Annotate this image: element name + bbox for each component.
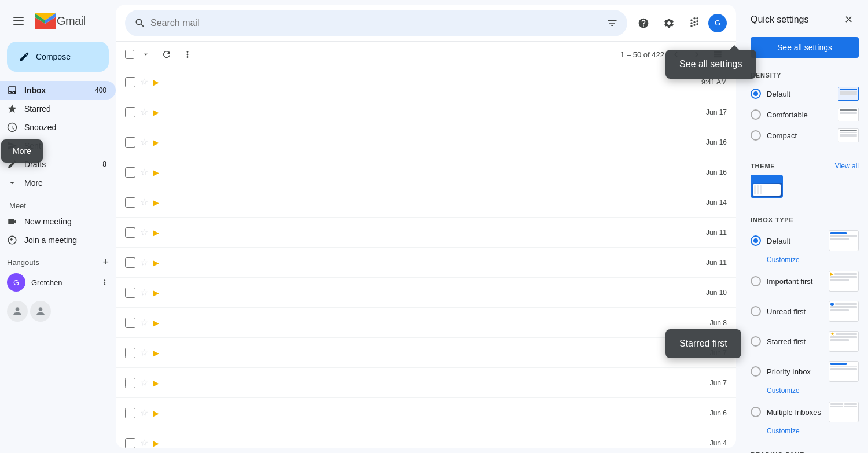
more-options-button[interactable] (178, 45, 197, 64)
inbox-type-important-first[interactable]: Important first ▶ (741, 266, 868, 296)
table-row[interactable]: ☆ ▶ 9:41 AM (116, 67, 736, 97)
table-row[interactable]: ☆ ▶ Jun 11 (116, 218, 736, 248)
apps-button[interactable] (683, 12, 706, 35)
density-comfortable[interactable]: Comfortable (741, 104, 868, 125)
row-checkbox[interactable] (125, 167, 135, 178)
inbox-starred-preview: ★ (829, 331, 859, 352)
sidebar-item-join-meeting[interactable]: Join a meeting (0, 231, 116, 249)
help-button[interactable] (632, 12, 655, 35)
see-all-settings-tooltip: See all settings (665, 50, 756, 79)
star-icon[interactable]: ☆ (140, 76, 148, 87)
gmail-text: Gmail (57, 14, 86, 28)
compose-button[interactable]: Compose (7, 42, 109, 72)
sidebar-item-more[interactable]: More (0, 174, 116, 192)
menu-icon-button[interactable] (7, 9, 30, 32)
table-row[interactable]: ☆ ▶ Jun 7 (116, 368, 736, 398)
table-row[interactable]: ☆ ▶ Jun 10 (116, 278, 736, 308)
row-checkbox[interactable] (125, 197, 135, 208)
important-marker: ▶ (153, 258, 159, 267)
star-icon[interactable]: ☆ (140, 347, 148, 358)
row-checkbox[interactable] (125, 227, 135, 238)
inbox-type-multiple[interactable]: Multiple Inboxes (741, 397, 868, 427)
qs-close-button[interactable]: ✕ (838, 9, 859, 30)
hangout-item-gretchen[interactable]: G Gretchen (0, 271, 116, 294)
table-row[interactable]: ☆ ▶ Jun 16 (116, 157, 736, 187)
hangout-avatar-1[interactable] (7, 301, 28, 322)
select-dropdown-button[interactable] (137, 45, 155, 64)
table-row[interactable]: ☆ ▶ Jun 8 (116, 308, 736, 338)
row-checkbox[interactable] (125, 257, 135, 268)
search-filter-button[interactable] (606, 17, 618, 29)
density-compact[interactable]: Compact (741, 125, 868, 146)
inbox-multiple-customize[interactable]: Customize (741, 427, 868, 437)
more-label: More (24, 178, 43, 187)
inbox-type-starred-first[interactable]: Starred first ★ (741, 326, 868, 356)
see-all-settings-button[interactable]: See all settings (751, 37, 859, 58)
view-all-themes-button[interactable]: View all (835, 162, 859, 170)
email-date: Jun 7 (710, 379, 727, 387)
settings-button[interactable] (657, 12, 681, 35)
density-default[interactable]: Default (741, 83, 868, 104)
theme-section: THEME View all (741, 157, 868, 202)
star-icon[interactable]: ☆ (140, 317, 148, 328)
table-row[interactable]: ☆ ▶ Jun 6 (116, 398, 736, 428)
inbox-type-priority[interactable]: Priority Inbox (741, 356, 868, 386)
inbox-type-unread-first[interactable]: Unread first (741, 296, 868, 326)
star-icon[interactable]: ☆ (140, 377, 148, 388)
star-icon[interactable]: ☆ (140, 137, 148, 148)
density-options: Default Comfortable Compact (741, 81, 868, 148)
inbox-priority-customize[interactable]: Customize (741, 386, 868, 397)
more-tooltip: More (1, 139, 43, 163)
email-date: Jun 16 (706, 138, 727, 146)
inbox-default-customize[interactable]: Customize (741, 256, 868, 266)
table-row[interactable]: ☆ ▶ Jun 7 (116, 338, 736, 368)
search-input[interactable] (150, 18, 602, 28)
table-row[interactable]: ☆ ▶ Jun 11 (116, 248, 736, 278)
select-all-checkbox[interactable] (125, 50, 134, 59)
star-icon[interactable]: ☆ (140, 287, 148, 298)
density-compact-label: Compact (767, 131, 797, 140)
hangout-avatar-2[interactable] (30, 301, 51, 322)
inbox-unread-radio (751, 306, 761, 316)
star-icon[interactable]: ☆ (140, 227, 148, 238)
inbox-type-default[interactable]: Default (741, 226, 868, 256)
row-checkbox[interactable] (125, 438, 135, 448)
quick-settings-panel: Quick settings ✕ See all settings DENSIT… (741, 0, 868, 453)
star-icon[interactable]: ☆ (140, 167, 148, 178)
row-checkbox[interactable] (125, 318, 135, 328)
table-row[interactable]: ☆ ▶ Jun 14 (116, 187, 736, 218)
email-date: Jun 6 (710, 409, 727, 417)
table-row[interactable]: ☆ ▶ Jun 17 (116, 97, 736, 127)
row-checkbox[interactable] (125, 408, 135, 418)
inbox-priority-label: Priority Inbox (767, 367, 811, 376)
star-icon[interactable]: ☆ (140, 437, 148, 448)
svg-rect-0 (13, 17, 24, 18)
inbox-type-section-title: INBOX TYPE (741, 212, 868, 226)
star-icon[interactable]: ☆ (140, 257, 148, 268)
row-checkbox[interactable] (125, 107, 135, 117)
row-checkbox[interactable] (125, 288, 135, 298)
important-marker: ▶ (153, 378, 159, 388)
star-icon[interactable]: ☆ (140, 106, 148, 117)
row-checkbox[interactable] (125, 348, 135, 358)
table-row[interactable]: ☆ ▶ Jun 16 (116, 127, 736, 157)
star-icon[interactable]: ☆ (140, 407, 148, 418)
important-marker: ▶ (153, 198, 159, 207)
refresh-button[interactable] (157, 45, 176, 64)
star-icon[interactable]: ☆ (140, 197, 148, 208)
row-checkbox[interactable] (125, 77, 135, 87)
table-row[interactable]: ☆ ▶ Jun 4 (116, 428, 736, 448)
sidebar-item-snoozed[interactable]: Snoozed (0, 118, 116, 137)
sidebar-item-inbox[interactable]: Inbox 400 (0, 81, 116, 100)
theme-preview[interactable] (751, 175, 783, 198)
starred-first-tooltip: Starred first (665, 329, 741, 358)
sidebar-item-starred[interactable]: Starred (0, 100, 116, 118)
row-checkbox[interactable] (125, 137, 135, 148)
add-hangout-button[interactable]: + (102, 256, 109, 268)
email-date: Jun 10 (706, 289, 727, 297)
row-checkbox[interactable] (125, 378, 135, 388)
user-avatar[interactable]: G (708, 14, 727, 32)
email-date: Jun 11 (706, 259, 727, 267)
sidebar-item-new-meeting[interactable]: New meeting (0, 212, 116, 231)
starred-label: Starred (24, 104, 51, 113)
